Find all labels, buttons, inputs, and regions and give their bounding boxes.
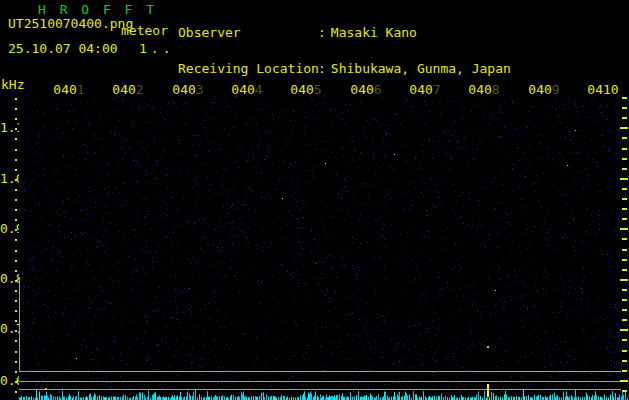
freq-tick-left [15,169,17,171]
freq-tick-left [15,239,17,241]
freq-tick-right-minor [622,269,627,271]
observation-datetime: 25.10.07 04:00 [8,43,118,55]
time-tick-label: 0406 [350,84,381,96]
info-value: Masaki Kano [331,25,417,40]
time-tick-label: 0405 [290,84,321,96]
freq-tick-right-major [620,329,628,331]
meteor-event-marker [487,384,489,397]
freq-tick-right-minor [622,168,627,170]
level-graph-left-border [19,277,20,371]
info-value: Shibukawa, Gunma, Japan [331,61,511,76]
echo-counter: 1.. [139,43,174,55]
freq-tick-left [15,138,17,140]
info-row-observer: Observer:Masaki Kano [178,27,573,39]
freq-tick-right-major [620,279,628,281]
freq-tick-right-minor [622,208,627,210]
freq-tick-right-minor [622,137,627,139]
info-label: Receiving Location [178,63,318,75]
freq-tick-right-minor [622,289,627,291]
time-tick-label: 0410 [587,84,618,96]
freq-tick-right-minor [622,107,627,109]
freq-tick-right-minor [622,390,627,392]
freq-tick-left [15,330,17,332]
freq-tick-left [15,340,17,342]
event-dot [487,346,489,348]
spectrogram-canvas [19,96,629,400]
freq-tick-left [15,128,17,130]
info-label: Observer [178,27,318,39]
freq-tick-left [15,361,17,363]
hrofft-window: H R O F F T UT2510070400.png meteor 25.1… [0,0,629,400]
freq-tick-right-major [620,228,628,230]
time-tick-label: 0402 [112,84,143,96]
level-gridline [19,389,621,390]
app-title: H R O F F T [38,4,157,16]
freq-tick-left [15,219,17,221]
freq-tick-right-minor [622,238,627,240]
freq-tick-right-minor [622,299,627,301]
time-tick-label: 0404 [231,84,262,96]
freq-tick-right-minor [622,339,627,341]
freq-tick-left [15,108,17,110]
freq-tick-right-minor [622,198,627,200]
freq-tick-right-minor [622,117,627,119]
freq-tick-right-minor [622,360,627,362]
freq-tick-left [15,229,17,231]
info-separator: : [318,27,326,39]
freq-tick-right-minor [622,148,627,150]
freq-tick-right-minor [622,249,627,251]
freq-tick-left [15,320,17,322]
mode-label: meteor [121,25,168,37]
freq-tick-left [15,290,17,292]
freq-tick-left [15,179,17,181]
freq-tick-right-minor [622,319,627,321]
time-tick-label: 0408 [468,84,499,96]
freq-tick-left [15,300,17,302]
freq-tick-left [15,280,17,282]
level-gridline [19,371,621,372]
time-tick-label: 0401 [53,84,84,96]
freq-tick-right-major [620,178,628,180]
freq-tick-left [15,391,17,393]
freq-tick-left [15,149,17,151]
event-dot [45,388,47,390]
freq-tick-right-minor [622,158,627,160]
freq-tick-left [15,351,17,353]
freq-tick-left [15,159,17,161]
freq-axis-unit: kHz [1,79,24,91]
freq-tick-right-minor [622,259,627,261]
freq-tick-right-major [620,127,628,129]
freq-tick-left [15,310,17,312]
time-tick-label: 0409 [528,84,559,96]
freq-tick-right-minor [622,350,627,352]
freq-tick-left [15,209,17,211]
time-tick-label: 0407 [409,84,440,96]
level-gridline [19,381,621,382]
freq-tick-left [15,98,17,100]
freq-tick-right-minor [622,188,627,190]
freq-tick-right-minor [622,370,627,372]
freq-tick-right-minor [622,309,627,311]
freq-tick-left [15,250,17,252]
freq-tick-right-minor [622,97,627,99]
time-tick-label: 0403 [172,84,203,96]
freq-tick-left [15,381,17,383]
output-filename: UT2510070400.png [8,18,133,30]
freq-tick-left [15,189,17,191]
info-separator: : [318,63,326,75]
freq-tick-left [15,270,17,272]
freq-tick-right-major [620,380,628,382]
freq-tick-left [15,118,17,120]
freq-tick-right-minor [622,218,627,220]
freq-tick-left [15,260,17,262]
info-row-location: Receiving Location:Shibukawa, Gunma, Jap… [178,63,573,75]
freq-tick-left [15,371,17,373]
freq-tick-left [15,199,17,201]
